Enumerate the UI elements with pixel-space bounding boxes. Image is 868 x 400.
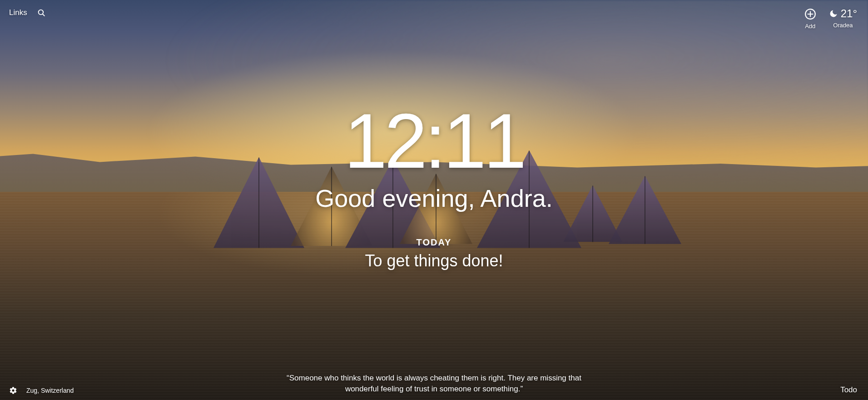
links-button[interactable]: Links — [9, 8, 27, 17]
weather-widget[interactable]: 21° Oradea — [829, 8, 857, 29]
today-focus[interactable]: To get things done! — [0, 251, 868, 270]
search-icon[interactable] — [37, 9, 45, 17]
quote-text[interactable]: “Someone who thinks the world is always … — [271, 373, 598, 395]
photo-location[interactable]: Zug, Switzerland — [26, 387, 74, 394]
weather-temperature: 21° — [841, 8, 857, 19]
gear-icon[interactable] — [9, 386, 17, 395]
clock-time: 12:11 — [0, 102, 868, 180]
greeting-text: Good evening, Andra. — [0, 184, 868, 212]
svg-line-1 — [43, 14, 45, 16]
add-button[interactable]: Add — [804, 8, 816, 30]
moon-icon — [829, 9, 838, 18]
plus-circle-icon — [804, 8, 816, 20]
weather-city: Oradea — [833, 22, 853, 29]
add-label: Add — [805, 23, 815, 30]
today-label: TODAY — [0, 237, 868, 248]
